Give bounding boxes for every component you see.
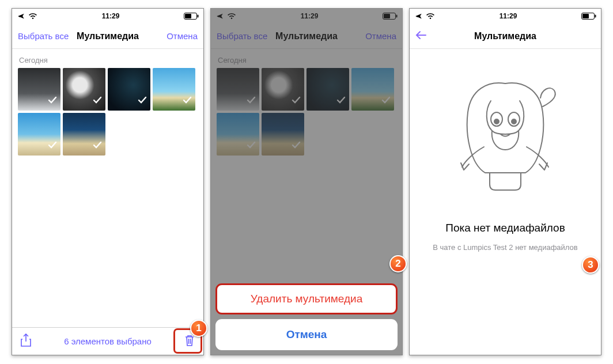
check-icon	[47, 140, 58, 153]
screen-2-delete-confirm: 11:29 Выбрать все Мультимедиа Отмена Сег…	[210, 8, 403, 355]
header-bar: Мультимедиа	[410, 24, 601, 49]
airplane-mode-icon	[17, 12, 25, 20]
bottom-toolbar: 6 элементов выбрано	[12, 327, 203, 355]
airplane-mode-icon	[215, 12, 224, 20]
media-thumb[interactable]	[153, 68, 195, 111]
section-date-label: Сегодня	[12, 49, 203, 68]
battery-icon	[184, 13, 199, 20]
section-date-label: Сегодня	[211, 49, 402, 68]
media-thumb[interactable]	[63, 113, 105, 156]
media-thumb[interactable]	[217, 68, 259, 111]
media-thumb[interactable]	[108, 68, 150, 111]
media-thumb[interactable]	[217, 113, 259, 156]
check-icon	[336, 95, 346, 108]
status-bar: 11:29	[12, 9, 203, 24]
battery-icon	[581, 13, 596, 20]
delete-multimedia-button[interactable]: Удалить мультимедиа	[215, 283, 398, 314]
cancel-sheet-button[interactable]: Отмена	[215, 319, 398, 350]
status-bar: 11:29	[211, 9, 402, 24]
cancel-button[interactable]: Отмена	[146, 31, 198, 41]
check-icon	[182, 95, 192, 108]
screen-1-multimedia-select: 11:29 Выбрать все Мультимедиа Отмена Сег…	[12, 8, 204, 355]
header-title: Мультимедиа	[433, 31, 578, 41]
media-thumb[interactable]	[18, 68, 60, 111]
status-time: 11:29	[500, 12, 517, 20]
wifi-icon	[227, 13, 236, 20]
svg-rect-2	[197, 15, 198, 18]
empty-subtitle: В чате с Lumpics Test 2 нет медиафайлов	[410, 242, 600, 253]
wifi-icon	[426, 13, 435, 20]
status-bar: 11:29	[410, 9, 601, 24]
screen-3-empty-state: 11:29 Мультимедиа	[409, 8, 601, 355]
check-icon	[92, 140, 103, 153]
media-grid	[211, 68, 402, 156]
status-time: 11:29	[102, 12, 120, 20]
svg-point-11	[494, 119, 499, 124]
callout-badge-1: 1	[190, 320, 207, 337]
check-icon	[47, 95, 58, 108]
media-thumb[interactable]	[18, 113, 60, 156]
check-icon	[291, 140, 301, 153]
selected-count-label: 6 элементов выбрано	[32, 336, 184, 346]
empty-state: Пока нет медиафайлов В чате с Lumpics Te…	[410, 49, 601, 253]
callout-badge-2: 2	[389, 255, 407, 272]
header-bar: Выбрать все Мультимедиа Отмена	[12, 24, 203, 49]
airplane-mode-icon	[414, 12, 423, 20]
callout-badge-3: 3	[582, 256, 599, 274]
check-icon	[246, 140, 256, 153]
empty-title: Пока нет медиафайлов	[434, 222, 576, 234]
select-all-button[interactable]: Выбрать все	[217, 31, 268, 41]
select-all-button[interactable]: Выбрать все	[18, 31, 70, 41]
media-thumb[interactable]	[63, 68, 105, 111]
svg-rect-5	[396, 15, 397, 18]
media-thumb[interactable]	[351, 68, 394, 111]
header-title: Мультимедиа	[70, 31, 146, 41]
header-title: Мультимедиа	[268, 31, 345, 41]
header-bar: Выбрать все Мультимедиа Отмена	[211, 24, 402, 49]
empty-state-illustration	[439, 66, 572, 199]
check-icon	[137, 95, 147, 108]
status-time: 11:29	[301, 12, 319, 20]
back-button[interactable]	[415, 30, 433, 42]
media-thumb[interactable]	[262, 113, 304, 156]
media-grid	[12, 68, 203, 156]
battery-icon	[383, 13, 398, 20]
check-icon	[291, 95, 301, 108]
svg-point-12	[512, 119, 516, 124]
svg-rect-1	[185, 14, 191, 18]
svg-rect-4	[384, 14, 390, 18]
media-thumb[interactable]	[306, 68, 349, 111]
check-icon	[381, 95, 391, 108]
cancel-button[interactable]: Отмена	[345, 31, 396, 41]
action-sheet: Удалить мультимедиа Отмена	[215, 283, 398, 350]
svg-rect-7	[582, 14, 589, 18]
media-thumb[interactable]	[262, 68, 304, 111]
check-icon	[246, 95, 256, 108]
share-icon[interactable]	[20, 333, 32, 349]
svg-rect-8	[595, 15, 596, 18]
trash-icon[interactable]	[184, 334, 195, 348]
check-icon	[92, 95, 103, 108]
wifi-icon	[28, 13, 37, 20]
